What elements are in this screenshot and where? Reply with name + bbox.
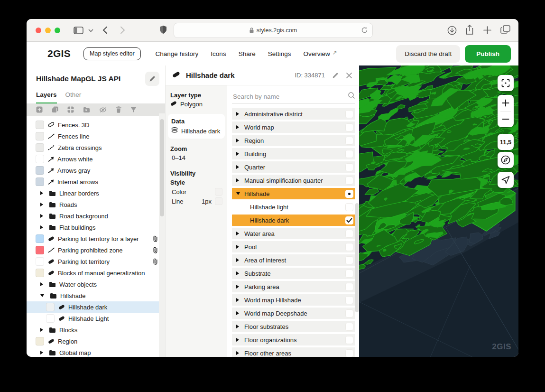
layer-color-swatch[interactable] xyxy=(36,132,44,140)
layer-color-swatch[interactable] xyxy=(36,246,44,254)
checkbox-checked[interactable] xyxy=(345,216,353,224)
tab-other[interactable]: Other xyxy=(65,91,82,103)
caret-right-icon[interactable] xyxy=(236,112,240,116)
checkbox-unchecked[interactable] xyxy=(345,230,353,238)
map-view[interactable]: 11,5 2GIS xyxy=(359,65,518,357)
caret-right-icon[interactable] xyxy=(236,284,240,289)
layer-row[interactable]: Fences line xyxy=(27,131,165,142)
caret-right-icon[interactable] xyxy=(40,350,44,355)
edit-title-button[interactable] xyxy=(145,72,159,86)
caret-right-icon[interactable] xyxy=(236,324,240,329)
data-section-selected[interactable]: Data Hillshade dark xyxy=(168,114,225,139)
layer-type-section[interactable]: Layer type Polygon xyxy=(170,92,222,108)
compass-button[interactable] xyxy=(498,152,514,168)
checkbox-unchecked[interactable] xyxy=(345,309,353,317)
checkbox-unchecked[interactable] xyxy=(345,203,353,211)
caret-right-icon[interactable] xyxy=(236,231,240,236)
checkbox-unchecked[interactable] xyxy=(345,323,353,331)
data-tree-row[interactable]: World map xyxy=(232,121,355,133)
data-tree-row[interactable]: Floor substrates xyxy=(232,321,355,332)
chevron-down-icon[interactable] xyxy=(88,29,93,32)
layer-color-swatch[interactable] xyxy=(36,155,44,163)
caret-right-icon[interactable] xyxy=(40,225,44,230)
caret-right-icon[interactable] xyxy=(40,214,44,218)
checkbox-unchecked[interactable] xyxy=(345,177,353,185)
caret-right-icon[interactable] xyxy=(236,311,240,316)
data-tree-row[interactable]: Floor other areas xyxy=(232,347,355,357)
search-input[interactable] xyxy=(232,93,348,101)
zoom-in-button[interactable] xyxy=(498,95,514,111)
paperclip-icon[interactable] xyxy=(153,258,158,267)
caret-right-icon[interactable] xyxy=(40,327,44,332)
data-tree-row[interactable]: Water area xyxy=(232,228,355,239)
discard-draft-button[interactable]: Discard the draft xyxy=(396,45,460,63)
duplicate-icon[interactable] xyxy=(52,106,58,113)
layer-color-swatch[interactable] xyxy=(36,177,44,186)
layer-folder-row[interactable]: Global map xyxy=(27,347,165,357)
style-section[interactable]: Style Color Line 1px xyxy=(170,179,222,205)
checkbox-unchecked[interactable] xyxy=(345,110,353,118)
data-tree-row[interactable]: Building xyxy=(232,148,355,159)
layer-folder-row[interactable]: Flat buildings xyxy=(27,222,165,233)
layer-row[interactable]: Zebra crossings xyxy=(27,142,165,153)
layer-row[interactable]: Parking lot territory for a layer xyxy=(27,233,165,244)
data-tree-row[interactable]: Region xyxy=(232,135,355,146)
layer-row[interactable]: Hillshade Light xyxy=(27,313,165,324)
data-tree-row[interactable]: Area of interest xyxy=(232,254,355,266)
publish-button[interactable]: Publish xyxy=(465,45,511,63)
checkbox-unchecked[interactable] xyxy=(345,256,353,264)
privacy-shield-icon[interactable] xyxy=(159,25,167,35)
zoom-section[interactable]: Zoom 0–14 xyxy=(170,145,222,161)
layer-color-swatch[interactable] xyxy=(36,269,44,277)
search-icon[interactable] xyxy=(348,92,355,101)
remove-folder-icon[interactable] xyxy=(83,107,90,113)
layer-row[interactable]: Arrows white xyxy=(27,153,165,165)
layer-row[interactable]: Fences. 3D xyxy=(27,119,165,131)
back-icon[interactable] xyxy=(102,26,108,34)
layer-color-swatch[interactable] xyxy=(36,234,44,243)
checkbox-unchecked[interactable] xyxy=(345,137,353,145)
layer-folder-row[interactable]: Road background xyxy=(27,210,165,222)
panel-scrollbar-thumb[interactable] xyxy=(355,203,359,312)
map-styles-editor-badge[interactable]: Map styles editor xyxy=(83,47,140,60)
caret-right-icon[interactable] xyxy=(236,351,240,355)
fullscreen-button[interactable] xyxy=(498,75,514,91)
data-tree-row[interactable]: Hillshade xyxy=(232,188,355,199)
close-window-button[interactable] xyxy=(36,28,41,33)
caret-down-icon[interactable] xyxy=(40,294,45,298)
edit-layer-name-icon[interactable] xyxy=(332,72,339,79)
forward-icon[interactable] xyxy=(120,26,125,34)
layer-row[interactable]: Blocks of manual generalization xyxy=(27,267,165,279)
app-logo[interactable]: 2GIS xyxy=(47,48,71,59)
address-bar[interactable]: styles.2gis.com xyxy=(174,23,373,38)
nav-change-history[interactable]: Change history xyxy=(156,50,199,57)
checkbox-unchecked[interactable] xyxy=(345,150,353,158)
sidebar-toggle-icon[interactable] xyxy=(74,27,83,34)
zoom-level-badge[interactable]: 11,5 xyxy=(498,134,514,150)
nav-settings[interactable]: Settings xyxy=(268,50,291,57)
layer-folder-row[interactable]: Water objects xyxy=(27,279,165,290)
sidebar-scrollbar[interactable] xyxy=(159,113,165,357)
add-layer-icon[interactable] xyxy=(36,106,43,113)
caret-right-icon[interactable] xyxy=(236,125,240,130)
hide-layer-icon[interactable] xyxy=(99,107,107,113)
tab-layers[interactable]: Layers xyxy=(36,91,57,103)
checkbox-unchecked[interactable] xyxy=(345,336,353,344)
line-swatch[interactable] xyxy=(215,197,222,205)
caret-right-icon[interactable] xyxy=(236,151,240,156)
layer-folder-row[interactable]: Linear borders xyxy=(27,187,165,199)
caret-down-icon[interactable] xyxy=(236,192,240,196)
caret-right-icon[interactable] xyxy=(40,191,44,196)
paperclip-icon[interactable] xyxy=(153,247,158,255)
data-tree-row[interactable]: Floor organizations xyxy=(232,334,355,345)
layer-row[interactable]: Hillshade dark xyxy=(27,301,165,313)
color-swatch[interactable] xyxy=(215,188,222,196)
checkbox-unchecked[interactable] xyxy=(345,349,353,357)
caret-right-icon[interactable] xyxy=(236,258,240,262)
locate-button[interactable] xyxy=(498,172,514,188)
checkbox-unchecked[interactable] xyxy=(345,123,353,131)
sidebar-scrollbar-thumb[interactable] xyxy=(160,119,164,216)
map-canvas[interactable] xyxy=(359,65,518,357)
caret-right-icon[interactable] xyxy=(236,337,240,342)
share-icon[interactable] xyxy=(465,25,474,35)
